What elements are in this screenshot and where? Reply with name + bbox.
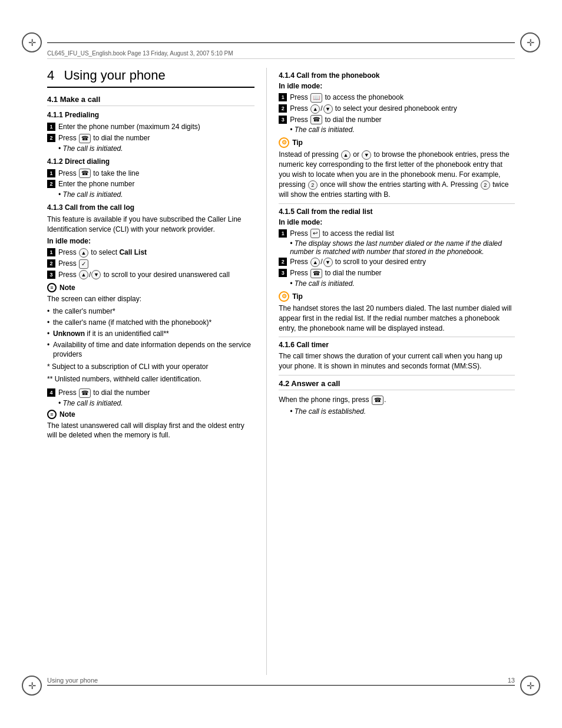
section-415-steps2: 2 Press ▲/▼ to scroll to your desired en… <box>279 257 515 278</box>
note-content-2: The latest unanswered call will display … <box>47 421 254 441</box>
tip-header-415: ⚙ Tip <box>279 291 515 302</box>
list-item: 2 Press ▲/▼ to select your desired phone… <box>279 104 515 114</box>
bottom-rule <box>47 685 515 686</box>
top-rule <box>47 42 515 43</box>
page-number: 13 <box>508 677 515 684</box>
ok-icon: ✓ <box>79 259 88 269</box>
section-411-heading: 4.1.1 Predialing <box>47 111 254 119</box>
list-item: 3 Press ☎ to dial the number <box>279 115 515 125</box>
section-42-text: When the phone rings, press ☎. <box>279 395 515 405</box>
up3-icon: ▲ <box>310 104 320 114</box>
section-413-note2: • The call is initiated. <box>58 399 254 407</box>
chapter-title: 4 Using your phone <box>47 68 254 88</box>
chapter-number: 4 <box>47 68 54 83</box>
list-item: 1 Press 📖 to access the phonebook <box>279 93 515 103</box>
up5-icon: ▲ <box>310 258 320 267</box>
dial-icon: ☎ <box>79 134 91 143</box>
note-box-413b: ≡ Note The latest unanswered call will d… <box>47 410 254 441</box>
tip-icon-415: ⚙ <box>279 291 289 302</box>
section-42-note: • The call is established. <box>290 407 515 416</box>
tip-header: ⚙ Tip <box>279 137 515 148</box>
section-412-note: • The call is initiated. <box>58 190 254 199</box>
list-item: 4 Press ☎ to dial the number <box>47 388 254 398</box>
note-box-413: ≡ Note The screen can either display: th… <box>47 283 254 384</box>
section-414-heading: 4.1.4 Call from the phonebook <box>279 71 515 80</box>
down-icon: ▼ <box>91 270 101 279</box>
section-41-heading: 4.1 Make a call <box>47 95 254 106</box>
up4-icon: ▲ <box>341 150 351 160</box>
num2b-icon: 2 <box>481 180 490 190</box>
divider-416-42 <box>279 375 515 375</box>
section-413-heading: 4.1.3 Call from the call log <box>47 203 254 212</box>
corner-decoration-bl <box>22 676 42 696</box>
section-411-note: • The call is initiated. <box>58 144 254 153</box>
tip-icon: ⚙ <box>279 137 289 148</box>
section-413-idle-label: In idle mode: <box>47 237 254 245</box>
list-item: 3 Press ☎ to dial the number <box>279 268 515 278</box>
section-412-heading: 4.1.2 Direct dialing <box>47 157 254 166</box>
list-item: Unknown if it is an unidentified call** <box>47 329 254 339</box>
divider-415-416 <box>279 337 515 337</box>
section-415-note-italic: • The display shows the last number dial… <box>290 239 515 256</box>
list-item: 1 Press ▲ to select Call List <box>47 248 254 258</box>
redial-icon: ↩ <box>310 229 320 238</box>
up-icon: ▲ <box>79 248 88 258</box>
section-414-steps: 1 Press 📖 to access the phonebook 2 Pres… <box>279 93 515 124</box>
note-icon-2: ≡ <box>47 410 57 419</box>
section-415-heading: 4.1.5 Call from the redial list <box>279 207 515 216</box>
note-header-2: ≡ Note <box>47 410 254 419</box>
corner-decoration-tr <box>520 32 540 52</box>
down2-icon: ▼ <box>323 104 333 114</box>
dial4-icon: ☎ <box>310 269 322 278</box>
down3-icon: ▼ <box>362 150 371 160</box>
line-icon: ☎ <box>79 169 91 178</box>
answer-icon: ☎ <box>372 396 384 405</box>
section-416-heading: 4.1.6 Call timer <box>279 341 515 349</box>
right-column: 4.1.4 Call from the phonebook In idle mo… <box>267 68 515 675</box>
main-content: 4 Using your phone 4.1 Make a call 4.1.1… <box>47 68 515 675</box>
section-415-note2: • The call is initiated. <box>290 279 515 288</box>
tip-box-414: ⚙ Tip Instead of pressing ▲ or ▼ to brow… <box>279 137 515 199</box>
divider-414-415 <box>279 203 515 204</box>
section-413-intro: This feature is available if you have su… <box>47 215 254 235</box>
phonebook-icon: 📖 <box>310 93 322 103</box>
footer-left: Using your phone <box>47 677 98 684</box>
dial3-icon: ☎ <box>310 115 322 124</box>
footer: Using your phone 13 <box>47 677 515 684</box>
list-item: the caller's number* <box>47 307 254 317</box>
list-item: 2 Press ☎ to dial the number <box>47 133 254 143</box>
list-item: 2 Press ✓ <box>47 259 254 269</box>
corner-decoration-tl <box>22 32 42 52</box>
tip-text-414: Instead of pressing ▲ or ▼ to browse the… <box>279 150 515 199</box>
list-item: 2 Press ▲/▼ to scroll to your desired en… <box>279 257 515 267</box>
section-412-steps: 1 Press ☎ to take the line 2 Enter the p… <box>47 169 254 190</box>
note-content: The screen can either display: the calle… <box>47 294 254 384</box>
list-item: 1 Press ↩ to access the redial list <box>279 229 515 239</box>
tip-text-415: The handset stores the last 20 numbers d… <box>279 304 515 333</box>
down4-icon: ▼ <box>323 258 333 267</box>
section-42-heading: 4.2 Answer a call <box>279 379 515 390</box>
section-414-note: • The call is initiated. <box>290 126 515 134</box>
header-bar: CL645_IFU_US_English.book Page 13 Friday… <box>47 50 515 59</box>
section-413-steps: 1 Press ▲ to select Call List 2 Press ✓ … <box>47 248 254 279</box>
list-item: 1 Enter the phone number (maximum 24 dig… <box>47 122 254 132</box>
header-text: CL645_IFU_US_English.book Page 13 Friday… <box>47 50 233 57</box>
list-item: the caller's name (if matched with the p… <box>47 318 254 328</box>
note-icon: ≡ <box>47 283 57 292</box>
chapter-label: Using your phone <box>64 68 165 83</box>
note-header: ≡ Note <box>47 283 254 292</box>
list-item: 2 Enter the phone number <box>47 179 254 189</box>
section-411-steps: 1 Enter the phone number (maximum 24 dig… <box>47 122 254 143</box>
section-414-idle-label: In idle mode: <box>279 82 515 90</box>
num2-icon: 2 <box>308 180 318 190</box>
section-416-text: The call timer shows the duration of you… <box>279 351 515 371</box>
list-item: 3 Press ▲/▼ to scroll to your desired un… <box>47 270 254 280</box>
list-item: 1 Press ☎ to take the line <box>47 169 254 179</box>
section-415-idle-label: In idle mode: <box>279 218 515 226</box>
section-415-steps: 1 Press ↩ to access the redial list <box>279 229 515 239</box>
corner-decoration-br <box>520 676 540 696</box>
left-column: 4 Using your phone 4.1 Make a call 4.1.1… <box>47 68 267 675</box>
up2-icon: ▲ <box>79 270 88 279</box>
section-413-steps2: 4 Press ☎ to dial the number <box>47 388 254 398</box>
dial2-icon: ☎ <box>79 388 91 398</box>
